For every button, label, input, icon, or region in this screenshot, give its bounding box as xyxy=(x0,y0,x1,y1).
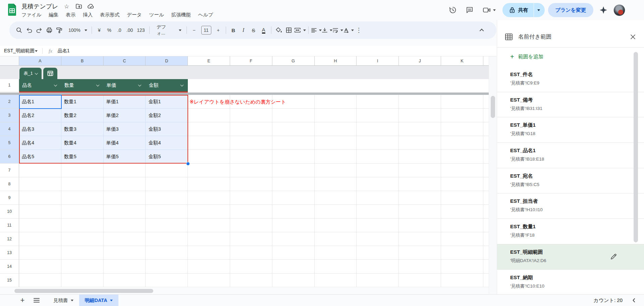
cell-F13[interactable] xyxy=(230,246,272,260)
cell-partial-13[interactable] xyxy=(483,246,489,260)
print-icon[interactable] xyxy=(44,25,54,36)
strikethrough-button[interactable]: S xyxy=(249,25,259,36)
cell-B12[interactable] xyxy=(61,232,104,246)
cell-I8[interactable] xyxy=(357,177,399,191)
cell-K11[interactable] xyxy=(441,219,483,232)
cell-A12[interactable] xyxy=(19,232,61,246)
cell-C6[interactable]: 単価5 xyxy=(104,150,146,164)
cell-C13[interactable] xyxy=(104,246,146,260)
vertical-scrollbar-thumb[interactable] xyxy=(491,96,495,118)
fill-color-icon[interactable] xyxy=(274,25,284,36)
cell-B14[interactable] xyxy=(61,260,104,273)
cell-A8[interactable] xyxy=(19,177,61,191)
cell-partial-7[interactable] xyxy=(483,164,489,177)
cell-F7[interactable] xyxy=(230,164,272,177)
cell-D15[interactable] xyxy=(146,273,188,287)
cell-I12[interactable] xyxy=(357,232,399,246)
table-header-品名[interactable]: 品名 xyxy=(19,79,61,91)
cell-B3[interactable]: 数量2 xyxy=(61,109,104,122)
cell-H13[interactable] xyxy=(315,246,357,260)
change-plan-button[interactable]: プランを変更 xyxy=(548,3,593,17)
cell-H4[interactable] xyxy=(315,122,357,136)
table-name-chip[interactable]: 表_1 xyxy=(19,68,42,79)
paint-format-icon[interactable] xyxy=(54,25,64,36)
cell-B9[interactable] xyxy=(61,191,104,205)
cell-G13[interactable] xyxy=(272,246,315,260)
cell-B2[interactable]: 数量1 xyxy=(61,95,104,109)
merge-cells-icon[interactable] xyxy=(294,25,306,36)
cell-F9[interactable] xyxy=(230,191,272,205)
cell-partial-11[interactable] xyxy=(483,219,489,232)
cell-E6[interactable] xyxy=(188,150,230,164)
number-format-button[interactable]: 123 xyxy=(135,25,147,36)
cell-K2[interactable] xyxy=(441,95,483,109)
cell-A6[interactable]: 品名5 xyxy=(19,150,61,164)
menu-挿入[interactable]: 挿入 xyxy=(79,11,96,19)
menu-データ[interactable]: データ xyxy=(123,11,145,19)
cell-B13[interactable] xyxy=(61,246,104,260)
decrease-decimal-button[interactable]: .0 xyxy=(114,25,124,36)
row-header-8[interactable]: 8 xyxy=(0,177,19,191)
cell-C14[interactable] xyxy=(104,260,146,273)
cell-K14[interactable] xyxy=(441,260,483,273)
cell-partial-5[interactable] xyxy=(483,136,489,150)
cell-I10[interactable] xyxy=(357,205,399,219)
sheet-tab-caret-icon[interactable] xyxy=(110,300,113,301)
column-header-C[interactable]: C xyxy=(104,56,146,66)
column-header-B[interactable]: B xyxy=(61,56,104,66)
cell-A7[interactable] xyxy=(19,164,61,177)
cell-I3[interactable] xyxy=(357,109,399,122)
cell-partial-15[interactable] xyxy=(483,273,489,287)
search-icon[interactable] xyxy=(14,25,24,36)
column-header-G[interactable]: G xyxy=(272,56,315,66)
column-header-J[interactable]: J xyxy=(399,56,441,66)
cell-K4[interactable] xyxy=(441,122,483,136)
cell-K8[interactable] xyxy=(441,177,483,191)
cell-G4[interactable] xyxy=(272,122,315,136)
cell-A9[interactable] xyxy=(19,191,61,205)
cell-J6[interactable] xyxy=(399,150,441,164)
cell-C10[interactable] xyxy=(104,205,146,219)
cell-B15[interactable] xyxy=(61,273,104,287)
cell-K12[interactable] xyxy=(441,232,483,246)
cell-J4[interactable] xyxy=(399,122,441,136)
cell-I9[interactable] xyxy=(357,191,399,205)
cell-F11[interactable] xyxy=(230,219,272,232)
row-header-12[interactable]: 12 xyxy=(0,232,19,246)
cell-F8[interactable] xyxy=(230,177,272,191)
cell-G12[interactable] xyxy=(272,232,315,246)
cell-H11[interactable] xyxy=(315,219,357,232)
cell-B6[interactable]: 数量5 xyxy=(61,150,104,164)
cell-C3[interactable]: 単価2 xyxy=(104,109,146,122)
cell-D8[interactable] xyxy=(146,177,188,191)
column-header-A[interactable]: A xyxy=(19,56,61,66)
cell-H5[interactable] xyxy=(315,136,357,150)
cell-H2[interactable] xyxy=(315,95,357,109)
cell-D7[interactable] xyxy=(146,164,188,177)
sheets-logo-icon[interactable] xyxy=(7,3,17,16)
zoom-select[interactable]: 100% xyxy=(64,25,89,36)
comments-icon[interactable] xyxy=(463,3,476,17)
cell-D12[interactable] xyxy=(146,232,188,246)
increase-decimal-button[interactable]: .00 xyxy=(124,25,135,36)
cell-partial-9[interactable] xyxy=(483,191,489,205)
cell-C2[interactable]: 単価1 xyxy=(104,95,146,109)
cell-C12[interactable] xyxy=(104,232,146,246)
cell-partial-4[interactable] xyxy=(483,122,489,136)
cell-D3[interactable]: 金額2 xyxy=(146,109,188,122)
decrease-font-size-button[interactable]: − xyxy=(189,25,199,36)
cell-E5[interactable] xyxy=(188,136,230,150)
cell-I6[interactable] xyxy=(357,150,399,164)
named-range-item-EST_件名[interactable]: EST_件名'見積書'!C9:E9 xyxy=(497,67,644,92)
named-range-item-EST_品名1[interactable]: EST_品名1'見積書'!B18:E18 xyxy=(497,143,644,168)
named-range-item-EST_単価1[interactable]: EST_単価1'見積書'!G18 xyxy=(497,117,644,143)
cell-B8[interactable] xyxy=(61,177,104,191)
cell-I14[interactable] xyxy=(357,260,399,273)
row-header-2[interactable]: 2 xyxy=(0,95,19,109)
filter-chevron-icon[interactable] xyxy=(138,83,142,86)
menu-ファイル[interactable]: ファイル xyxy=(21,11,45,19)
cell-I15[interactable] xyxy=(357,273,399,287)
sheet-tab-明細DATA[interactable]: 明細DATA xyxy=(79,295,118,306)
cell-J10[interactable] xyxy=(399,205,441,219)
cell-H15[interactable] xyxy=(315,273,357,287)
